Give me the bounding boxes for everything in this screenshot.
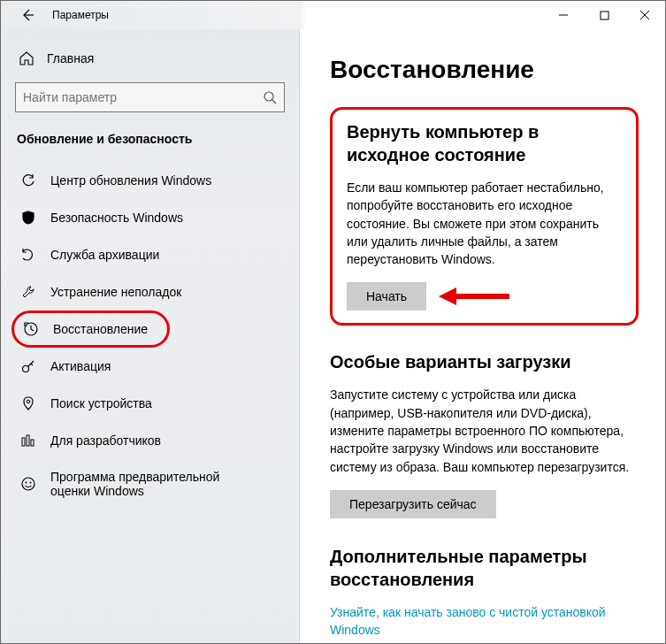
backup-icon (20, 247, 36, 263)
location-icon (20, 395, 36, 411)
key-icon (20, 358, 36, 374)
sidebar-home-label: Главная (47, 51, 94, 65)
insider-icon (20, 476, 36, 492)
advanced-startup-title: Особые варианты загрузки (330, 350, 639, 373)
more-recovery-section: Дополнительные параметры восстановления … (330, 545, 639, 640)
sidebar-item-insider[interactable]: Программа предварительной оценки Windows (15, 459, 285, 509)
sidebar-item-developers[interactable]: Для разработчиков (15, 422, 285, 459)
svg-point-10 (22, 478, 34, 490)
sync-icon (20, 172, 36, 188)
search-input[interactable] (15, 82, 285, 112)
svg-line-3 (272, 100, 276, 104)
maximize-button[interactable] (584, 1, 624, 29)
sidebar-item-troubleshoot[interactable]: Устранение неполадок (15, 273, 285, 310)
sidebar-item-label: Устранение неполадок (50, 285, 181, 299)
sidebar-item-update[interactable]: Центр обновления Windows (15, 162, 285, 199)
reset-pc-title: Вернуть компьютер в исходное состояние (347, 120, 622, 166)
annotation-arrow-icon (439, 288, 509, 305)
more-recovery-title: Дополнительные параметры восстановления (330, 545, 639, 591)
sidebar-item-security[interactable]: Безопасность Windows (15, 199, 285, 236)
svg-rect-9 (31, 440, 34, 446)
sidebar-item-label: Центр обновления Windows (50, 173, 211, 188)
search-icon (263, 90, 277, 104)
sidebar-item-label: Служба архивации (50, 248, 159, 262)
svg-point-2 (264, 92, 273, 101)
search-field[interactable] (23, 90, 263, 104)
sidebar-item-label: Для разработчиков (50, 433, 161, 448)
sidebar-item-label: Поиск устройства (50, 396, 152, 410)
home-icon (19, 50, 34, 66)
wrench-icon (20, 284, 36, 300)
svg-point-5 (23, 366, 29, 372)
sidebar-item-backup[interactable]: Служба архивации (15, 236, 285, 273)
sidebar-home[interactable]: Главная (15, 45, 285, 82)
sidebar-item-label: Активация (50, 359, 111, 373)
svg-rect-8 (27, 435, 29, 446)
sidebar-nav: Центр обновления Windows Безопасность Wi… (15, 162, 285, 509)
minimize-button[interactable] (543, 1, 584, 29)
page-title: Восстановление (330, 56, 639, 84)
sidebar-item-recovery[interactable]: Восстановление (11, 310, 170, 348)
titlebar: Параметры (1, 1, 665, 29)
close-button[interactable] (624, 1, 665, 29)
main-content: Восстановление Вернуть компьютер в исход… (300, 29, 665, 644)
fresh-start-link[interactable]: Узнайте, как начать заново с чистой уста… (330, 603, 639, 640)
svg-rect-1 (601, 12, 609, 19)
sidebar-item-finddevice[interactable]: Поиск устройства (15, 385, 285, 422)
sidebar-section-label: Обновление и безопасность (15, 132, 285, 146)
sidebar-item-label: Программа предварительной оценки Windows (50, 470, 263, 498)
shield-icon (20, 210, 36, 226)
svg-point-12 (30, 482, 32, 484)
reset-pc-section: Вернуть компьютер в исходное состояние Е… (330, 107, 639, 326)
recovery-icon (23, 321, 39, 337)
sidebar-item-label: Безопасность Windows (50, 211, 183, 225)
advanced-startup-section: Особые варианты загрузки Запустите систе… (330, 350, 639, 518)
developers-icon (20, 433, 36, 448)
window-title: Параметры (52, 9, 109, 21)
svg-rect-7 (22, 438, 25, 446)
svg-point-11 (26, 482, 27, 484)
sidebar-item-activation[interactable]: Активация (15, 348, 285, 385)
window-controls (543, 1, 665, 29)
restart-now-button[interactable]: Перезагрузить сейчас (330, 490, 496, 518)
back-icon[interactable] (19, 8, 36, 22)
reset-pc-button[interactable]: Начать (347, 282, 426, 310)
sidebar-item-label: Восстановление (53, 322, 148, 336)
advanced-startup-desc: Запустите систему с устройства или диска… (330, 386, 639, 475)
svg-point-6 (27, 400, 30, 403)
reset-pc-desc: Если ваш компьютер работает нестабильно,… (347, 179, 622, 268)
sidebar: Главная Обновление и безопасность Центр … (1, 29, 300, 644)
